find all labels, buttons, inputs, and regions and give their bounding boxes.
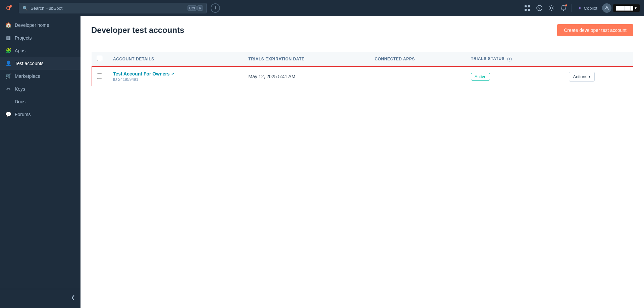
external-link-icon: ↗ — [171, 72, 174, 76]
sidebar-item-test-accounts[interactable]: 👤 Test accounts — [0, 57, 80, 70]
developer-home-icon: 🏠 — [5, 22, 11, 28]
select-all-checkbox[interactable] — [97, 56, 102, 61]
sidebar-item-label: Marketplace — [15, 73, 40, 79]
svg-point-9 — [550, 7, 552, 9]
account-name-text: ██████ — [616, 6, 633, 10]
sidebar-collapse-button[interactable]: ❮ — [0, 292, 80, 303]
projects-icon: ▦ — [5, 35, 11, 41]
actions-label: Actions — [573, 74, 588, 79]
star-icon: ✦ — [578, 5, 582, 11]
page-title: Developer test accounts — [91, 25, 184, 35]
trials-expiration-date: May 12, 2025 5:41 AM — [249, 74, 296, 79]
svg-rect-6 — [528, 9, 530, 11]
chevron-down-icon: ▾ — [589, 75, 590, 79]
page-header: Developer test accounts Create developer… — [80, 16, 644, 43]
sidebar-item-label: Docs — [15, 99, 25, 104]
nav-right: ? ✦ Copilot █████ — [522, 3, 640, 13]
accounts-table: ACCOUNT DETAILS TRIALS EXPIRATION DATE C… — [91, 51, 633, 87]
sidebar-item-developer-home[interactable]: 🏠 Developer home — [0, 19, 80, 32]
table-header-row: ACCOUNT DETAILS TRIALS EXPIRATION DATE C… — [92, 52, 633, 66]
sidebar: 🏠 Developer home ▦ Projects 🧩 Apps 👤 Tes… — [0, 16, 80, 308]
account-name-text: Test Account For Owners — [113, 71, 170, 76]
sidebar-item-keys[interactable]: ✂ Keys — [0, 83, 80, 95]
help-icon-button[interactable]: ? — [534, 3, 545, 13]
trials-expiration-date-cell: May 12, 2025 5:41 AM — [243, 66, 369, 87]
sidebar-item-marketplace[interactable]: 🛒 Marketplace — [0, 70, 80, 83]
table-row: Test Account For Owners ↗ ID 241959491 M… — [92, 66, 633, 87]
actions-cell: Actions ▾ — [564, 66, 633, 87]
account-name-link[interactable]: Test Account For Owners ↗ — [113, 71, 238, 76]
account-id: ID 241959491 — [113, 77, 238, 82]
account-details-cell: Test Account For Owners ↗ ID 241959491 — [108, 66, 243, 87]
test-accounts-icon: 👤 — [5, 60, 11, 66]
sidebar-item-projects[interactable]: ▦ Projects — [0, 32, 80, 44]
svg-rect-3 — [525, 5, 527, 7]
ctrl-key: Ctrl — [187, 5, 197, 11]
sidebar-item-label: Keys — [15, 86, 25, 92]
row-checkbox-0[interactable] — [97, 73, 102, 79]
apps-icon: 🧩 — [5, 48, 11, 54]
svg-rect-5 — [525, 9, 527, 11]
grid-icon-button[interactable] — [522, 3, 533, 13]
create-developer-test-account-button[interactable]: Create developer test account — [557, 24, 633, 36]
notification-dot — [565, 4, 568, 7]
actions-button[interactable]: Actions ▾ — [569, 72, 595, 82]
svg-point-0 — [10, 5, 12, 7]
sidebar-item-label: Projects — [15, 35, 32, 41]
header-checkbox-cell — [92, 52, 108, 66]
top-navigation: 🔍 Search HubSpot Ctrl K + ? — [0, 0, 644, 16]
account-name-button[interactable]: ██████ ▾ — [613, 4, 640, 12]
main-layout: 🏠 Developer home ▦ Projects 🧩 Apps 👤 Tes… — [0, 16, 644, 308]
status-badge: Active — [471, 73, 490, 81]
table-container: ACCOUNT DETAILS TRIALS EXPIRATION DATE C… — [80, 43, 644, 308]
settings-icon-button[interactable] — [546, 3, 557, 13]
col-trials-status: TRIALS STATUS i — [466, 52, 564, 66]
sidebar-item-docs[interactable]: Docs — [0, 95, 80, 108]
copilot-label: Copilot — [584, 6, 597, 11]
search-bar[interactable]: 🔍 Search HubSpot Ctrl K — [19, 3, 207, 13]
connected-apps-cell — [369, 66, 466, 87]
search-icon: 🔍 — [22, 6, 28, 11]
col-trials-expiration-date: TRIALS EXPIRATION DATE — [243, 52, 369, 66]
copilot-button[interactable]: ✦ Copilot — [575, 4, 601, 12]
svg-rect-4 — [528, 5, 530, 7]
keys-icon: ✂ — [5, 86, 11, 92]
col-account-details: ACCOUNT DETAILS — [108, 52, 243, 66]
docs-icon — [5, 99, 11, 105]
search-placeholder: Search HubSpot — [31, 6, 62, 11]
chevron-down-icon: ▾ — [635, 6, 637, 10]
sidebar-bottom: ❮ — [0, 289, 80, 305]
col-connected-apps: CONNECTED APPS — [369, 52, 466, 66]
trials-status-cell: Active — [466, 66, 564, 87]
sidebar-item-forums[interactable]: 💬 Forums — [0, 108, 80, 121]
sidebar-item-apps[interactable]: 🧩 Apps — [0, 44, 80, 57]
col-actions — [564, 52, 633, 66]
nav-divider — [572, 4, 572, 12]
notifications-icon-button[interactable] — [558, 3, 569, 13]
sidebar-item-label: Apps — [15, 48, 25, 53]
add-button[interactable]: + — [211, 3, 220, 13]
row-checkbox-cell — [92, 66, 108, 87]
marketplace-icon: 🛒 — [5, 73, 11, 79]
k-key: K — [197, 5, 203, 11]
forums-icon: 💬 — [5, 111, 11, 117]
svg-text:?: ? — [538, 6, 540, 10]
hubspot-logo[interactable] — [4, 3, 15, 13]
sidebar-item-label: Test accounts — [15, 61, 44, 66]
user-avatar[interactable] — [602, 3, 611, 13]
sidebar-item-label: Forums — [15, 112, 31, 117]
trials-status-info-icon[interactable]: i — [507, 57, 512, 61]
main-content: Developer test accounts Create developer… — [80, 16, 644, 308]
sidebar-item-label: Developer home — [15, 22, 49, 28]
collapse-icon: ❮ — [71, 295, 75, 300]
